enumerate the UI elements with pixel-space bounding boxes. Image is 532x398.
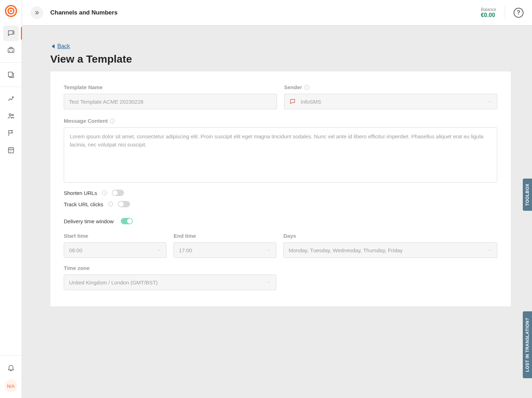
message-content-label: Message Content i: [64, 118, 497, 124]
delivery-time-window-row: Delivery time window: [64, 218, 497, 224]
avatar[interactable]: N/A: [5, 380, 17, 392]
svg-point-5: [13, 34, 14, 34]
nav-calendar[interactable]: [3, 142, 19, 158]
balance-label: Balance: [481, 7, 496, 12]
nav-copy[interactable]: [3, 67, 19, 82]
track-url-clicks-toggle[interactable]: [118, 201, 130, 207]
chat-icon: [289, 98, 296, 105]
nav-code[interactable]: [3, 42, 19, 58]
sidebar: N/A: [0, 0, 22, 398]
field-sender: Sender i InfoSMS: [284, 84, 497, 109]
topbar-divider: [505, 6, 505, 19]
days-select[interactable]: Monday, Tuesday, Wednesday, Thursday, Fr…: [283, 242, 497, 258]
svg-point-4: [13, 33, 14, 33]
help-button[interactable]: ?: [514, 8, 523, 18]
topbar: Channels and Numbers Balance €0.00 ?: [22, 0, 532, 25]
field-time-zone: Time zone United Kingdom / London (GMT/B…: [64, 265, 276, 290]
page-title: View a Template: [50, 53, 511, 65]
end-time-value: 17:00: [179, 247, 192, 253]
nav-group-2: [0, 66, 22, 83]
nav-group-1: [0, 25, 22, 59]
info-icon[interactable]: i: [102, 190, 107, 195]
field-days: Days Monday, Tuesday, Wednesday, Thursda…: [283, 233, 497, 258]
toolbox-tab[interactable]: TOOLBOX: [523, 179, 532, 211]
main-content: Back View a Template Template Name Test …: [22, 25, 532, 398]
message-content-textarea[interactable]: Lorem ipsum dolor sit amet, consectetur …: [64, 127, 497, 183]
topbar-title: Channels and Numbers: [50, 9, 118, 16]
topbar-right: Balance €0.00 ?: [481, 6, 523, 19]
nav-channels[interactable]: [3, 25, 19, 41]
info-icon[interactable]: i: [304, 85, 309, 90]
sender-value: InfoSMS: [301, 99, 321, 105]
track-url-clicks-row: Track URL clicks i: [64, 201, 497, 207]
days-label: Days: [283, 233, 497, 239]
chevron-down-icon: [488, 247, 492, 253]
chevron-down-icon: [267, 247, 271, 253]
lost-in-translation-tab[interactable]: LOST IN TRANSLATION?: [523, 311, 532, 378]
time-zone-label: Time zone: [64, 265, 276, 271]
sender-select[interactable]: InfoSMS: [284, 94, 497, 109]
field-template-name: Template Name Test Template ACME 2023022…: [64, 84, 277, 109]
svg-point-9: [12, 114, 13, 116]
field-end-time: End time 17:00: [174, 233, 276, 258]
balance: Balance €0.00: [481, 7, 496, 18]
nav-flag[interactable]: [3, 125, 19, 141]
app-logo[interactable]: [4, 4, 18, 18]
back-link-label: Back: [57, 43, 70, 50]
start-time-value: 08:00: [69, 247, 83, 253]
svg-point-3: [13, 31, 14, 31]
sender-label: Sender i: [284, 84, 497, 90]
svg-rect-7: [8, 72, 12, 77]
template-name-input[interactable]: Test Template ACME 20230228: [64, 94, 277, 109]
delivery-time-window-label: Delivery time window: [64, 218, 114, 224]
sidebar-bottom: N/A: [0, 352, 22, 398]
template-name-label: Template Name: [64, 84, 277, 90]
nav-divider-bottom: [0, 355, 22, 356]
svg-rect-6: [8, 48, 14, 52]
shorten-urls-toggle[interactable]: [112, 190, 124, 196]
nav-group-3: [0, 91, 22, 158]
field-message-content: Message Content i Lorem ipsum dolor sit …: [64, 118, 497, 183]
info-icon[interactable]: i: [110, 119, 115, 123]
back-link[interactable]: Back: [52, 43, 70, 50]
start-time-select[interactable]: 08:00: [64, 242, 166, 258]
chevron-down-icon: [267, 279, 271, 285]
end-time-select[interactable]: 17:00: [174, 242, 276, 258]
time-zone-value: United Kingdom / London (GMT/BST): [69, 279, 158, 285]
svg-rect-10: [8, 148, 13, 153]
chevron-down-icon: [157, 247, 161, 253]
template-card: Template Name Test Template ACME 2023022…: [50, 71, 511, 306]
shorten-urls-row: Shorten URLs i: [64, 190, 497, 196]
expand-sidebar-button[interactable]: [30, 6, 43, 19]
track-url-clicks-label: Track URL clicks: [64, 201, 103, 207]
svg-point-8: [9, 114, 11, 116]
delivery-time-window-toggle[interactable]: [121, 218, 133, 224]
chevron-down-icon: [488, 99, 492, 105]
nav-people[interactable]: [3, 108, 19, 124]
delivery-section: Delivery time window Start time 08:00 En…: [64, 218, 497, 290]
start-time-label: Start time: [64, 233, 166, 239]
shorten-urls-label: Shorten URLs: [64, 190, 97, 196]
svg-point-2: [10, 10, 12, 12]
nav-notifications[interactable]: [3, 360, 19, 375]
time-zone-select[interactable]: United Kingdom / London (GMT/BST): [64, 275, 276, 290]
field-start-time: Start time 08:00: [64, 233, 166, 258]
back-arrow-icon: [52, 44, 55, 48]
info-icon[interactable]: i: [108, 202, 113, 207]
nav-analytics[interactable]: [3, 91, 19, 107]
days-value: Monday, Tuesday, Wednesday, Thursday, Fr…: [289, 247, 403, 253]
nav-divider-1: [0, 62, 22, 63]
nav-divider-2: [0, 87, 22, 87]
balance-value: €0.00: [481, 12, 496, 18]
end-time-label: End time: [174, 233, 276, 239]
